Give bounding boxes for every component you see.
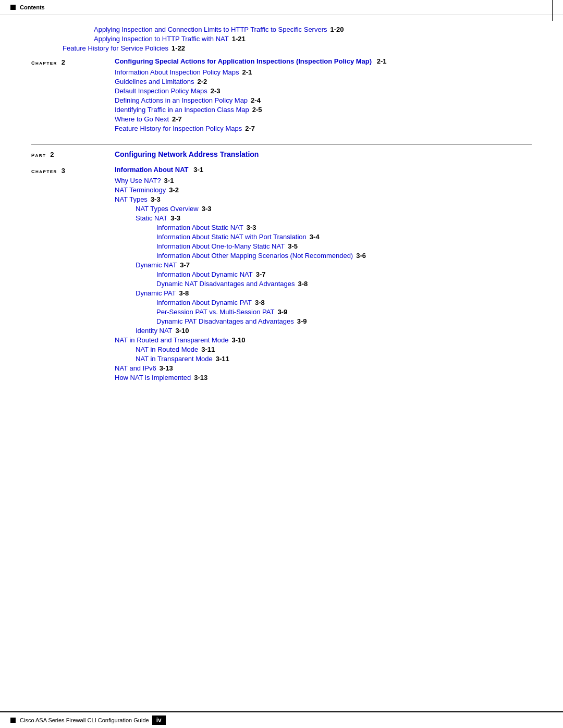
chapter3-block: CHAPTER 3 Information About NAT 3-1 Why … [31,166,532,383]
toc-link[interactable]: NAT in Routed and Transparent Mode [115,336,228,344]
toc-link[interactable]: Dynamic PAT [136,289,176,297]
page-header: Contents [0,0,563,15]
toc-link[interactable]: Applying Inspection and Connection Limit… [94,26,327,33]
toc-link[interactable]: Information About Static NAT [156,224,243,231]
toc-row: Information About One-to-Many Static NAT… [115,242,532,250]
chapter3-content: Information About NAT 3-1 Why Use NAT? 3… [115,166,532,383]
header-title: Contents [20,4,45,10]
toc-link[interactable]: NAT in Routed Mode [136,346,198,353]
toc-link[interactable]: Guidelines and Limitations [115,78,194,85]
toc-page: 3-4 [310,233,320,241]
toc-row: Identifying Traffic in an Inspection Cla… [115,106,532,114]
toc-row: Default Inspection Policy Maps 2-3 [115,87,532,95]
toc-row: Dynamic PAT Disadvantages and Advantages… [115,317,532,325]
toc-link[interactable]: Applying Inspection to HTTP Traffic with… [94,35,229,43]
toc-link[interactable]: NAT Types [115,195,148,203]
toc-row: Information About Static NAT with Port T… [115,233,532,241]
part2-label: PART 2 [31,151,115,158]
toc-row: NAT Types 3-3 [115,195,532,203]
toc-link[interactable]: Default Inspection Policy Maps [115,87,207,95]
toc-row: Information About Static NAT 3-3 [115,224,532,231]
toc-link[interactable]: Why Use NAT? [115,177,161,184]
toc-page: 3-7 [256,270,266,278]
toc-page: 2-7 [245,125,255,132]
toc-page: 3-9 [297,317,307,325]
toc-link[interactable]: Information About Dynamic NAT [156,270,253,278]
toc-row: NAT in Routed Mode 3-11 [115,346,532,353]
footer-icon [10,718,16,723]
toc-link[interactable]: Defining Actions in an Inspection Policy… [115,96,248,104]
toc-page: 2-5 [252,106,262,114]
toc-row: Feature History for Inspection Policy Ma… [115,125,532,132]
toc-page: 3-3 [202,205,212,213]
toc-link[interactable]: Information About Other Mapping Scenario… [156,252,353,260]
chapter3-title: Information About NAT 3-1 [115,166,532,174]
toc-link[interactable]: Dynamic NAT [136,261,177,269]
toc-row: NAT in Routed and Transparent Mode 3-10 [115,336,532,344]
toc-link[interactable]: Information About Inspection Policy Maps [115,68,239,76]
chapter2-block: CHAPTER 2 Configuring Special Actions fo… [31,57,532,134]
toc-row: Defining Actions in an Inspection Policy… [115,96,532,104]
toc-link[interactable]: Information About Static NAT with Port T… [156,233,307,241]
header-right-rule [552,0,553,21]
toc-page: 1-21 [232,35,246,43]
toc-row: Information About Dynamic NAT 3-7 [115,270,532,278]
toc-page: 3-9 [277,308,287,316]
toc-page: 3-3 [151,195,161,203]
toc-page: 2-1 [242,68,252,76]
toc-row: Dynamic NAT 3-7 [115,261,532,269]
toc-row: Information About Dynamic PAT 3-8 [115,299,532,306]
footer-page-number: iv [152,715,166,725]
toc-page: 3-8 [255,299,265,306]
toc-link[interactable]: Identifying Traffic in an Inspection Cla… [115,106,249,114]
toc-link[interactable]: NAT in Transparent Mode [136,355,213,363]
toc-row: Applying Inspection and Connection Limit… [31,26,532,33]
toc-link[interactable]: How NAT is Implemented [115,374,191,381]
part2-title: Configuring Network Address Translation [115,150,259,158]
toc-link[interactable]: NAT and IPv6 [115,364,156,372]
toc-row: Per-Session PAT vs. Multi-Session PAT 3-… [115,308,532,316]
toc-link[interactable]: Feature History for Inspection Policy Ma… [115,125,242,132]
toc-link[interactable]: NAT Types Overview [136,205,199,213]
toc-link[interactable]: Where to Go Next [115,115,169,123]
chapter3-label: CHAPTER 3 [31,166,115,383]
toc-link[interactable]: Identity NAT [136,327,173,335]
toc-row: NAT in Transparent Mode 3-11 [115,355,532,363]
toc-page: 3-13 [160,364,173,372]
main-content: Applying Inspection and Connection Limit… [0,15,563,417]
toc-row: Applying Inspection to HTTP Traffic with… [31,35,532,43]
toc-page: 2-4 [251,96,261,104]
toc-link[interactable]: Feature History for Service Policies [63,44,168,52]
chapter3-title-page: 3-1 [193,166,203,174]
toc-page: 2-7 [172,115,182,123]
toc-page: 3-8 [298,280,308,288]
toc-row: Dynamic NAT Disadvantages and Advantages… [115,280,532,288]
chapter2-title-link[interactable]: Configuring Special Actions for Applicat… [115,57,372,65]
toc-link[interactable]: Dynamic PAT Disadvantages and Advantages [156,317,294,325]
toc-link[interactable]: Dynamic NAT Disadvantages and Advantages [156,280,295,288]
toc-row: Why Use NAT? 3-1 [115,177,532,184]
toc-link[interactable]: Information About One-to-Many Static NAT [156,242,285,250]
toc-row: How NAT is Implemented 3-13 [115,374,532,381]
toc-page: 3-6 [356,252,366,260]
toc-link[interactable]: Information About Dynamic PAT [156,299,252,306]
toc-page: 3-13 [194,374,207,381]
chapter2-title-page: 2-1 [377,57,387,65]
toc-link[interactable]: Static NAT [136,214,167,222]
toc-page: 2-3 [211,87,221,95]
toc-row: NAT and IPv6 3-13 [115,364,532,372]
top-links-section: Applying Inspection and Connection Limit… [31,26,532,52]
toc-page: 3-10 [231,336,245,344]
toc-page: 2-2 [197,78,207,85]
chapter2-label: CHAPTER 2 [31,57,115,134]
part2-block: PART 2 Configuring Network Address Trans… [31,150,532,158]
toc-row: NAT Terminology 3-2 [115,186,532,194]
toc-row: Information About Inspection Policy Maps… [115,68,532,76]
chapter3-title-link[interactable]: Information About NAT [115,166,189,174]
toc-page: 3-3 [247,224,256,231]
toc-row: Information About Other Mapping Scenario… [115,252,532,260]
toc-link[interactable]: Per-Session PAT vs. Multi-Session PAT [156,308,274,316]
toc-link[interactable]: NAT Terminology [115,186,166,194]
toc-page: 3-8 [179,289,189,297]
toc-page: 3-10 [176,327,189,335]
